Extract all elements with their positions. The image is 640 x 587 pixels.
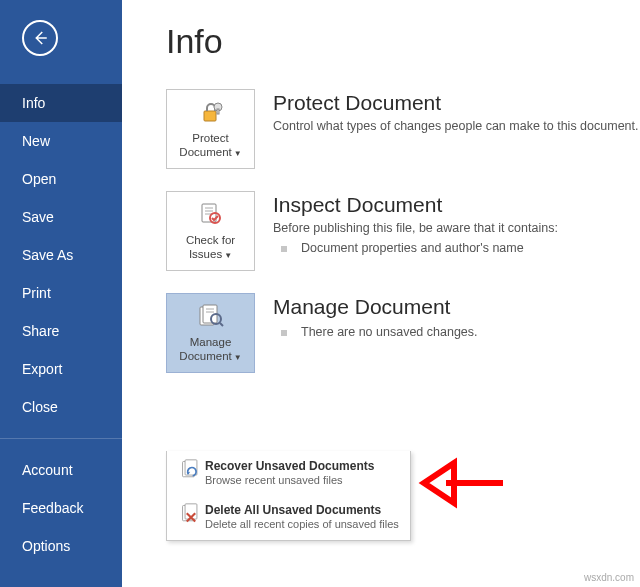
manage-document-menu: Recover Unsaved Documents Browse recent … [166, 451, 411, 541]
nav-feedback[interactable]: Feedback [0, 489, 122, 527]
svg-line-13 [220, 323, 223, 326]
inspect-bullet: Document properties and author's name [273, 241, 558, 255]
delete-desc: Delete all recent copies of unsaved file… [205, 517, 400, 531]
tile-label-line1: Check for [186, 234, 235, 246]
back-arrow-icon [31, 29, 49, 47]
recover-icon [177, 459, 205, 487]
delete-icon [177, 503, 205, 531]
manage-title: Manage Document [273, 295, 478, 319]
tile-label-line2: Issues [189, 248, 222, 260]
nav-info[interactable]: Info [0, 84, 122, 122]
nav-share[interactable]: Share [0, 312, 122, 350]
protect-document-button[interactable]: Protect Document▼ [166, 89, 255, 169]
recover-unsaved-documents-item[interactable]: Recover Unsaved Documents Browse recent … [167, 451, 410, 495]
tile-label-line1: Protect [192, 132, 228, 144]
manage-section: Manage Document▼ Manage Document There a… [166, 293, 640, 373]
nav-open[interactable]: Open [0, 160, 122, 198]
delete-title: Delete All Unsaved Documents [205, 503, 400, 517]
backstage-sidebar: Info New Open Save Save As Print Share E… [0, 0, 122, 587]
delete-all-unsaved-documents-item[interactable]: Delete All Unsaved Documents Delete all … [167, 495, 410, 539]
inspect-section: Check for Issues▼ Inspect Document Befor… [166, 191, 640, 271]
tile-label-line1: Manage [190, 336, 232, 348]
inspect-desc: Before publishing this file, be aware th… [273, 221, 558, 235]
inspect-title: Inspect Document [273, 193, 558, 217]
check-for-issues-button[interactable]: Check for Issues▼ [166, 191, 255, 271]
nav-save-as[interactable]: Save As [0, 236, 122, 274]
nav-save[interactable]: Save [0, 198, 122, 236]
protect-title: Protect Document [273, 91, 639, 115]
manage-document-icon [197, 303, 225, 331]
recover-desc: Browse recent unsaved files [205, 473, 400, 487]
nav-print[interactable]: Print [0, 274, 122, 312]
page-title: Info [166, 22, 640, 61]
chevron-down-icon: ▼ [224, 251, 232, 260]
watermark: wsxdn.com [584, 572, 634, 583]
nav-export[interactable]: Export [0, 350, 122, 388]
chevron-down-icon: ▼ [234, 149, 242, 158]
back-button[interactable] [22, 20, 58, 56]
svg-rect-2 [217, 109, 219, 114]
nav-account[interactable]: Account [0, 451, 122, 489]
lock-icon [198, 99, 224, 127]
nav-close[interactable]: Close [0, 388, 122, 426]
tile-label-line2: Document [179, 350, 231, 362]
tile-label-line2: Document [179, 146, 231, 158]
chevron-down-icon: ▼ [234, 353, 242, 362]
recover-title: Recover Unsaved Documents [205, 459, 400, 473]
protect-desc: Control what types of changes people can… [273, 119, 639, 133]
manage-document-button[interactable]: Manage Document▼ [166, 293, 255, 373]
check-issues-icon [198, 201, 224, 229]
svg-rect-0 [204, 111, 216, 121]
manage-desc: There are no unsaved changes. [273, 325, 478, 339]
nav-divider [0, 438, 122, 439]
protect-section: Protect Document▼ Protect Document Contr… [166, 89, 640, 169]
nav-list: Info New Open Save Save As Print Share E… [0, 84, 122, 565]
nav-options[interactable]: Options [0, 527, 122, 565]
nav-new[interactable]: New [0, 122, 122, 160]
